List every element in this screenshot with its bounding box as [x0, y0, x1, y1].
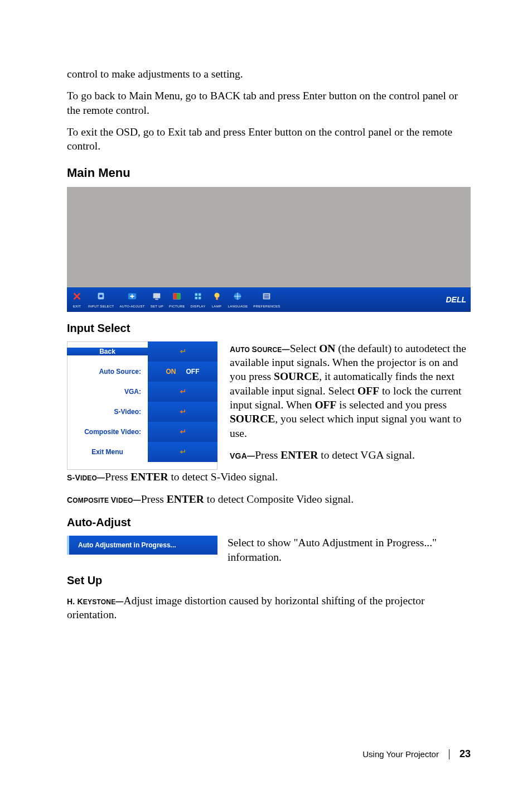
- svg-rect-6: [173, 293, 177, 299]
- close-icon: [71, 291, 83, 304]
- menu-label-back: Back: [67, 348, 148, 355]
- auto-adjust-section: Auto Adjustment in Progress... Select to…: [67, 536, 471, 564]
- toggle-on[interactable]: ON: [166, 368, 176, 376]
- menu-row-composite[interactable]: Composite Video:: [67, 422, 217, 442]
- desc-auto-adjust: Select to show "Auto Adjustment in Progr…: [228, 536, 471, 564]
- toggle-off[interactable]: OFF: [186, 368, 200, 376]
- menu-row-back[interactable]: Back: [67, 341, 217, 362]
- osd-tab-preferences[interactable]: PREFERENCES: [253, 291, 280, 308]
- heading-main-menu: Main Menu: [67, 166, 471, 180]
- picture-icon: [171, 291, 182, 304]
- menu-label-composite: Composite Video:: [67, 428, 148, 436]
- menu-row-vga[interactable]: VGA:: [67, 382, 217, 402]
- heading-input-select: Input Select: [67, 322, 471, 335]
- osd-tab-language[interactable]: LANGUAGE: [228, 291, 248, 308]
- svg-rect-7: [177, 293, 180, 299]
- main-menu-screenshot: EXIT INPUT SELECT AUTO-ADJUST: [67, 187, 471, 312]
- footer-section: Using Your Projector: [362, 749, 439, 759]
- monitor-icon: [151, 291, 162, 304]
- osd-tab-exit[interactable]: EXIT: [71, 291, 83, 308]
- osd-tab-label: DISPLAY: [191, 305, 206, 308]
- list-icon: [261, 291, 272, 304]
- input-select-description: AUTO SOURCE—Select ON (the default) to a…: [230, 341, 471, 470]
- page-footer: Using Your Projector 23: [362, 748, 471, 760]
- desc-vga: VGA—Press ENTER to detect VGA signal.: [230, 448, 471, 462]
- brand-logo: DELL: [446, 295, 468, 304]
- page-number: 23: [460, 748, 471, 760]
- svg-rect-4: [156, 299, 158, 300]
- auto-adjust-progress-bar: Auto Adjustment in Progress...: [67, 536, 217, 555]
- osd-tab-display[interactable]: DISPLAY: [191, 291, 206, 308]
- menu-label-exit: Exit Menu: [67, 448, 148, 456]
- osd-tab-label: PICTURE: [169, 305, 185, 308]
- menu-label-vga: VGA:: [67, 388, 148, 396]
- desc-auto-source: AUTO SOURCE—Select ON (the default) to a…: [230, 341, 471, 440]
- svg-rect-1: [100, 295, 103, 297]
- osd-tab-setup[interactable]: SET UP: [151, 291, 163, 308]
- osd-tab-label: PREFERENCES: [253, 305, 280, 308]
- input-select-section: Back Auto Source: ON OFF VGA: S-Video:: [67, 341, 471, 470]
- osd-bar: EXIT INPUT SELECT AUTO-ADJUST: [67, 287, 471, 312]
- osd-tab-lamp[interactable]: LAMP: [211, 291, 223, 308]
- display-icon: [192, 291, 204, 304]
- arrows-icon: [127, 291, 138, 304]
- osd-tab-label: EXIT: [73, 305, 81, 308]
- desc-composite: COMPOSITE VIDEO—Press ENTER to detect Co…: [67, 492, 471, 506]
- enter-icon: [178, 348, 187, 355]
- desc-h-keystone: H. KEYSTONE—Adjust image distortion caus…: [67, 594, 471, 622]
- menu-row-exit[interactable]: Exit Menu: [67, 442, 217, 462]
- svg-rect-11: [199, 297, 201, 300]
- enter-icon: [178, 448, 187, 456]
- intro-p3: To exit the OSD, go to Exit tab and pres…: [67, 125, 471, 153]
- osd-tab-picture[interactable]: PICTURE: [169, 291, 185, 308]
- osd-tab-auto-adjust[interactable]: AUTO-ADJUST: [120, 291, 145, 308]
- menu-label-svideo: S-Video:: [67, 408, 148, 416]
- osd-tab-label: INPUT SELECT: [88, 305, 114, 308]
- heading-auto-adjust: Auto-Adjust: [67, 516, 471, 529]
- input-select-menu: Back Auto Source: ON OFF VGA: S-Video:: [67, 341, 217, 470]
- enter-icon: [178, 388, 187, 396]
- lamp-icon: [211, 291, 223, 304]
- svg-rect-13: [216, 297, 218, 300]
- osd-tab-label: LAMP: [212, 305, 222, 308]
- osd-tab-label: AUTO-ADJUST: [120, 305, 145, 308]
- socket-icon: [95, 291, 107, 304]
- osd-tabs: EXIT INPUT SELECT AUTO-ADJUST: [71, 291, 280, 308]
- footer-divider: [449, 749, 449, 759]
- enter-icon: [178, 408, 187, 416]
- menu-label-auto-source: Auto Source:: [67, 368, 148, 376]
- svg-rect-9: [199, 293, 201, 296]
- intro-p1: control to make adjustments to a setting…: [67, 67, 471, 81]
- menu-row-svideo[interactable]: S-Video:: [67, 402, 217, 422]
- osd-tab-input-select[interactable]: INPUT SELECT: [88, 291, 114, 308]
- osd-tab-label: LANGUAGE: [228, 305, 248, 308]
- globe-icon: [232, 291, 243, 304]
- svg-rect-3: [153, 293, 161, 298]
- svg-rect-8: [195, 293, 198, 296]
- intro-p2: To go back to Main Menu, go to BACK tab …: [67, 89, 471, 117]
- desc-svideo: S-VIDEO—Press ENTER to detect S-Video si…: [67, 470, 471, 484]
- osd-tab-label: SET UP: [151, 305, 163, 308]
- heading-set-up: Set Up: [67, 574, 471, 587]
- menu-row-auto-source[interactable]: Auto Source: ON OFF: [67, 362, 217, 382]
- svg-point-12: [214, 292, 219, 297]
- enter-icon: [178, 428, 187, 436]
- svg-rect-10: [195, 297, 198, 300]
